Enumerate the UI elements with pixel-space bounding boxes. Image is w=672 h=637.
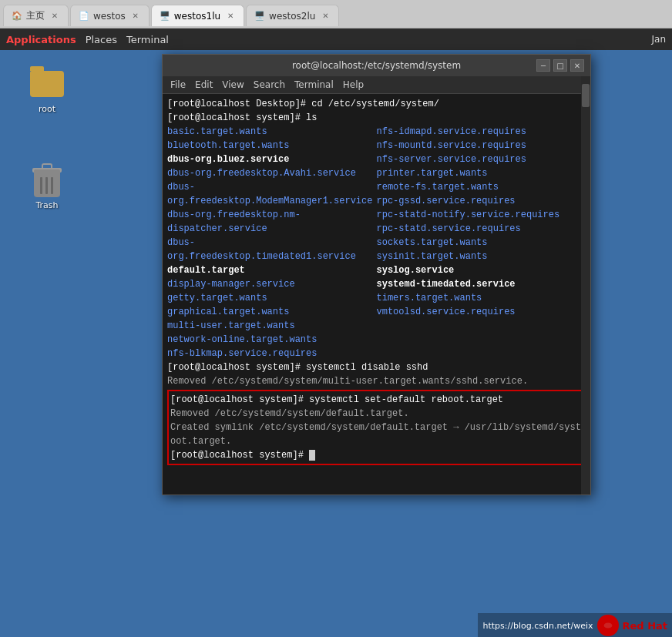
terminal-scrollbar[interactable]	[581, 76, 590, 495]
ls-item: dbus-org.freedesktop.nm-dispatcher.servi…	[167, 208, 377, 236]
desktop-icon-root[interactable]: root	[20, 65, 74, 114]
tab-westos-close[interactable]: ✕	[130, 11, 141, 22]
terminal-help-menu[interactable]: Help	[338, 78, 368, 92]
gnome-clock: Jan	[652, 34, 667, 45]
gnome-bar-left: Applications Places Terminal	[6, 34, 169, 45]
terminal-line-removed-default: Removed /etc/systemd/system/default.targ…	[170, 407, 583, 421]
ls-item: default.target	[167, 263, 377, 277]
watermark-url: https://blog.csdn.net/weix	[482, 621, 593, 631]
ls-item: rpc-statd-notify.service.requires	[377, 208, 586, 222]
terminal-window: root@localhost:/etc/systemd/system ─ □ ✕…	[162, 54, 591, 495]
ls-col-right: nfs-idmapd.service.requires nfs-mountd.s…	[377, 125, 586, 360]
ls-item: dbus-org.freedesktop.timedated1.service	[167, 236, 377, 263]
tab-westos2lu-icon: 🖥️	[254, 11, 265, 21]
ls-item: timers.target.wants	[377, 291, 586, 305]
tab-westos2lu-close[interactable]: ✕	[320, 11, 331, 22]
ls-col-left: basic.target.wants bluetooth.target.want…	[167, 125, 377, 360]
tab-westos1lu-close[interactable]: ✕	[225, 11, 236, 22]
ls-item: systemd-timedated.service	[377, 277, 586, 291]
ls-item: getty.target.wants	[167, 291, 377, 305]
ls-item: rpc-statd.service.requires	[377, 222, 586, 236]
tab-westos1lu[interactable]: 🖥️ westos1lu ✕	[151, 5, 244, 26]
terminal-line-prompt: [root@localhost system]#	[170, 448, 583, 462]
bottom-bar: https://blog.csdn.net/weix Red Hat	[478, 613, 672, 637]
terminal-minimize-button[interactable]: ─	[536, 59, 550, 72]
terminal-line-set-default: [root@localhost system]# systemctl set-d…	[170, 393, 583, 407]
terminal-close-button[interactable]: ✕	[570, 59, 584, 72]
svg-point-1	[604, 622, 613, 628]
terminal-maximize-button[interactable]: □	[553, 59, 567, 72]
tab-homepage-close[interactable]: ✕	[49, 11, 60, 22]
tab-westos-icon: 📄	[79, 11, 89, 21]
ls-item: basic.target.wants	[167, 125, 377, 139]
ls-item: printer.target.wants	[377, 166, 586, 180]
tab-homepage[interactable]: 🏠 主页 ✕	[3, 5, 69, 26]
ls-item: nfs-idmapd.service.requires	[377, 125, 586, 139]
terminal-search-menu[interactable]: Search	[249, 78, 290, 92]
gnome-terminal-menu[interactable]: Terminal	[126, 34, 169, 45]
ls-item: nfs-mountd.service.requires	[377, 139, 586, 153]
terminal-highlighted-block: [root@localhost system]# systemctl set-d…	[167, 390, 586, 465]
redhat-circle-icon	[597, 615, 619, 636]
tab-westos2lu[interactable]: 🖥️ westos2lu ✕	[246, 5, 339, 26]
ls-item: remote-fs.target.wants	[377, 180, 586, 194]
ls-item: nfs-server.service.requires	[377, 153, 586, 166]
terminal-line-created-symlink: Created symlink /etc/systemd/system/defa…	[170, 421, 583, 434]
terminal-line-disable: [root@localhost system]# systemctl disab…	[167, 360, 586, 374]
terminal-edit-menu[interactable]: Edit	[190, 78, 217, 92]
ls-item: rpc-gssd.service.requires	[377, 194, 586, 208]
terminal-line-removed-sshd: Removed /etc/systemd/system/multi-user.t…	[167, 374, 586, 388]
ls-item: dbus-org.freedesktop.ModemManager1.servi…	[167, 180, 377, 208]
terminal-line-cd: [root@localhost Desktop]# cd /etc/system…	[167, 97, 586, 111]
terminal-terminal-menu[interactable]: Terminal	[290, 78, 338, 92]
tab-bar: 🏠 主页 ✕ 📄 westos ✕ 🖥️ westos1lu ✕ 🖥️ west…	[0, 0, 672, 28]
ls-item: sockets.target.wants	[377, 236, 586, 250]
ls-item: display-manager.service	[167, 277, 377, 291]
ls-item: dbus-org.bluez.service	[167, 153, 377, 166]
desktop-icon-trash[interactable]: Trash	[20, 162, 74, 210]
desktop: root Trash root@localhost:/etc/systemd/	[0, 50, 672, 637]
tab-homepage-label: 主页	[26, 9, 45, 22]
ls-item: network-online.target.wants	[167, 333, 377, 347]
terminal-body[interactable]: [root@localhost Desktop]# cd /etc/system…	[163, 94, 590, 495]
ls-item: multi-user.target.wants	[167, 319, 377, 333]
ls-item: vmtoolsd.service.requires	[377, 305, 586, 319]
ls-output: basic.target.wants bluetooth.target.want…	[167, 125, 586, 360]
tab-homepage-icon: 🏠	[12, 11, 22, 21]
terminal-cursor	[309, 450, 315, 461]
terminal-menubar: File Edit View Search Terminal Help	[163, 76, 590, 94]
gnome-places-menu[interactable]: Places	[86, 34, 117, 45]
redhat-logo: Red Hat	[597, 615, 667, 636]
tab-westos1lu-icon: 🖥️	[160, 11, 170, 21]
tab-westos1lu-label: westos1lu	[174, 11, 220, 22]
ls-item: graphical.target.wants	[167, 305, 377, 319]
terminal-line-oot-target: oot.target.	[170, 434, 583, 448]
folder-icon	[29, 65, 66, 102]
trash-icon	[29, 162, 66, 199]
redhat-label: Red Hat	[622, 620, 667, 632]
terminal-title: root@localhost:/etc/systemd/system	[292, 60, 461, 71]
terminal-view-menu[interactable]: View	[217, 78, 248, 92]
terminal-line-ls: [root@localhost system]# ls	[167, 111, 586, 125]
tab-westos-label: westos	[93, 11, 126, 22]
terminal-titlebar: root@localhost:/etc/systemd/system ─ □ ✕	[163, 55, 590, 76]
ls-item: sysinit.target.wants	[377, 250, 586, 263]
ls-item: syslog.service	[377, 263, 586, 277]
terminal-file-menu[interactable]: File	[166, 78, 190, 92]
desktop-icon-trash-label: Trash	[35, 200, 58, 210]
browser-chrome: 🏠 主页 ✕ 📄 westos ✕ 🖥️ westos1lu ✕ 🖥️ west…	[0, 0, 672, 28]
ls-item: dbus-org.freedesktop.Avahi.service	[167, 166, 377, 180]
gnome-applications-menu[interactable]: Applications	[6, 34, 76, 45]
tab-westos2lu-label: westos2lu	[269, 11, 315, 22]
terminal-controls: ─ □ ✕	[536, 59, 584, 72]
ls-item: nfs-blkmap.service.requires	[167, 347, 377, 360]
terminal-scroll-thumb[interactable]	[582, 84, 590, 107]
tab-westos[interactable]: 📄 westos ✕	[70, 5, 150, 26]
ls-item: bluetooth.target.wants	[167, 139, 377, 153]
gnome-bar: Applications Places Terminal Jan	[0, 28, 672, 50]
desktop-icon-root-label: root	[39, 104, 55, 114]
